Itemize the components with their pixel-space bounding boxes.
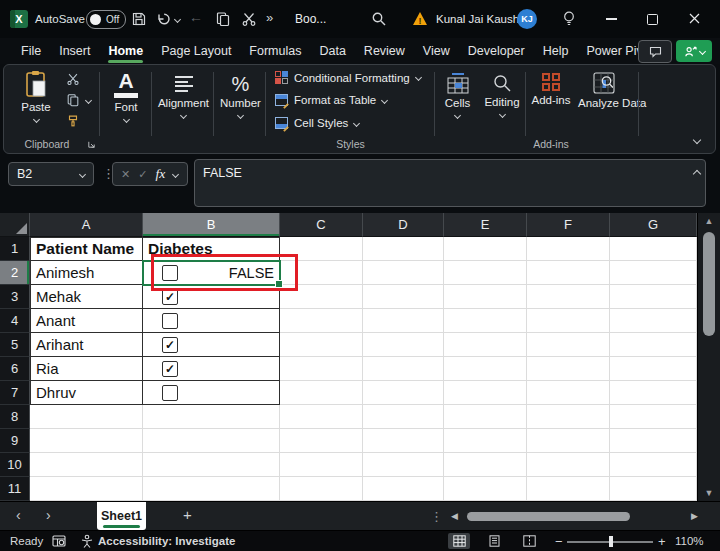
qat-more-commands-icon[interactable]: »: [266, 10, 273, 25]
cell[interactable]: [610, 453, 697, 477]
row-header-1[interactable]: 1: [0, 237, 30, 261]
cell[interactable]: [610, 261, 697, 285]
cell[interactable]: [527, 309, 610, 333]
cell[interactable]: [527, 261, 610, 285]
prev-sheet-icon[interactable]: ‹: [16, 507, 21, 523]
cell[interactable]: [30, 477, 143, 501]
cell[interactable]: [444, 357, 527, 381]
editing-button[interactable]: Editing: [480, 65, 524, 135]
cell[interactable]: [363, 237, 444, 261]
zoom-in-icon[interactable]: +: [658, 534, 666, 549]
copy-button[interactable]: [215, 11, 231, 27]
format-painter-icon[interactable]: [66, 114, 80, 128]
cell[interactable]: [444, 381, 527, 405]
cell-b7[interactable]: [143, 381, 280, 405]
checkbox-unchecked[interactable]: [162, 313, 178, 329]
cell[interactable]: [610, 357, 697, 381]
scroll-right-icon[interactable]: ▶: [691, 511, 698, 521]
cell[interactable]: [527, 429, 610, 453]
normal-view-button[interactable]: [448, 533, 470, 549]
analyze-data-button[interactable]: Analyze Data: [576, 65, 632, 135]
row-header-6[interactable]: 6: [0, 357, 30, 381]
row-header-4[interactable]: 4: [0, 309, 30, 333]
row-header-2[interactable]: 2: [0, 261, 30, 285]
addins-button[interactable]: Add-ins: [527, 65, 575, 135]
col-header-c[interactable]: C: [280, 213, 363, 237]
cut-button[interactable]: [241, 11, 257, 27]
cell[interactable]: [527, 357, 610, 381]
cell-b5[interactable]: [143, 333, 280, 357]
next-sheet-icon[interactable]: ›: [46, 507, 51, 523]
cell[interactable]: [363, 309, 444, 333]
horizontal-scrollbar-thumb[interactable]: [467, 512, 630, 521]
alignment-button[interactable]: Alignment: [154, 65, 213, 135]
row-header-11[interactable]: 11: [0, 477, 30, 501]
cell[interactable]: [280, 453, 363, 477]
hscrollbar-resize-handle-icon[interactable]: ⋮: [430, 509, 443, 524]
row-header-7[interactable]: 7: [0, 381, 30, 405]
cell[interactable]: [363, 429, 444, 453]
zoom-out-icon[interactable]: −: [555, 534, 563, 549]
cell[interactable]: [527, 381, 610, 405]
zoom-level[interactable]: 110%: [675, 535, 704, 547]
cell[interactable]: [527, 453, 610, 477]
select-all-corner[interactable]: [0, 213, 30, 237]
col-header-f[interactable]: F: [527, 213, 610, 237]
cell-a1[interactable]: Patient Name: [30, 237, 143, 261]
tab-file[interactable]: File: [12, 38, 50, 64]
tab-data[interactable]: Data: [310, 38, 354, 64]
cell[interactable]: [363, 381, 444, 405]
accessibility-status[interactable]: Accessibility: Investigate: [98, 535, 235, 547]
cell[interactable]: [610, 477, 697, 501]
cell[interactable]: [444, 453, 527, 477]
tab-formulas[interactable]: Formulas: [240, 38, 310, 64]
cell[interactable]: [527, 237, 610, 261]
collapse-ribbon-icon[interactable]: [693, 136, 701, 144]
scroll-down-icon[interactable]: ▼: [698, 488, 720, 498]
number-button[interactable]: % Number: [216, 65, 265, 135]
col-header-e[interactable]: E: [444, 213, 527, 237]
cell[interactable]: [444, 285, 527, 309]
sheet-tab-sheet1[interactable]: Sheet1: [97, 502, 146, 530]
vertical-scrollbar[interactable]: ▲ ▼: [697, 213, 720, 501]
cell[interactable]: [143, 429, 280, 453]
scroll-up-icon[interactable]: ▲: [698, 216, 720, 226]
lightbulb-icon[interactable]: [561, 10, 577, 26]
formula-input[interactable]: FALSE: [194, 159, 706, 207]
cell-a7[interactable]: Dhruv: [30, 381, 143, 405]
cell-a6[interactable]: Ria: [30, 357, 143, 381]
minimize-button[interactable]: [606, 18, 617, 20]
cell[interactable]: [527, 477, 610, 501]
undo-button[interactable]: [156, 11, 172, 27]
maximize-button[interactable]: [647, 14, 658, 25]
col-header-a[interactable]: A: [30, 213, 143, 237]
cell[interactable]: [143, 405, 280, 429]
paste-button[interactable]: Paste: [14, 65, 58, 135]
undo-dropdown-icon[interactable]: [174, 16, 181, 23]
clipboard-dialog-launcher-icon[interactable]: [87, 140, 96, 149]
autosave-toggle[interactable]: Off: [86, 10, 126, 29]
cell-b6[interactable]: [143, 357, 280, 381]
cell[interactable]: [444, 477, 527, 501]
share-button[interactable]: [676, 40, 712, 62]
cell-a3[interactable]: Mehak: [30, 285, 143, 309]
cell[interactable]: [610, 309, 697, 333]
cell[interactable]: [363, 261, 444, 285]
tab-page-layout[interactable]: Page Layout: [152, 38, 240, 64]
cell[interactable]: [363, 477, 444, 501]
font-button[interactable]: A Font: [102, 65, 150, 135]
checkbox-checked[interactable]: [162, 337, 178, 353]
cell[interactable]: [444, 333, 527, 357]
cell[interactable]: [527, 285, 610, 309]
cell[interactable]: [143, 477, 280, 501]
cell[interactable]: [527, 333, 610, 357]
insert-function-icon[interactable]: fx: [155, 166, 165, 182]
tab-home[interactable]: Home: [99, 38, 152, 64]
close-button[interactable]: [689, 13, 705, 29]
cell[interactable]: [610, 381, 697, 405]
cell[interactable]: [610, 333, 697, 357]
cell[interactable]: [280, 381, 363, 405]
cell[interactable]: [444, 309, 527, 333]
checkbox-unchecked[interactable]: [162, 385, 178, 401]
cell[interactable]: [363, 357, 444, 381]
